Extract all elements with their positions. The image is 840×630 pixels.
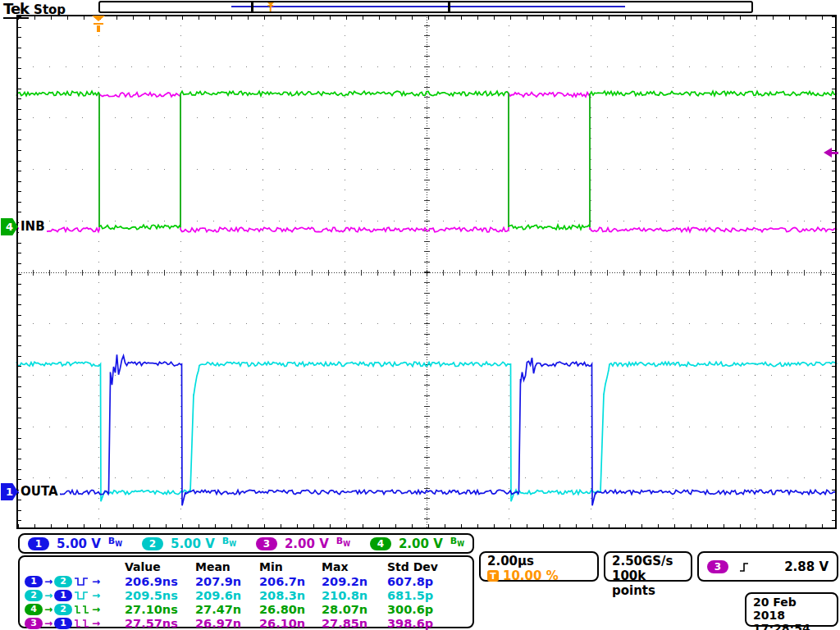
record-waveform-preview [231,6,625,7]
datetime-readout: 20 Feb 2018 17:28:54 [745,592,838,627]
channel-1-badge[interactable]: 1 [28,537,49,550]
channel-1-readout[interactable]: 1 5.00 V BW [28,536,122,551]
trigger-position-marker[interactable] [92,16,105,33]
channel-3-scale: 2.00 V [285,536,329,551]
channel-badge: 1 [54,590,72,601]
edge-pair-icon [74,590,90,601]
meas-max: 210.8n [322,589,387,602]
trigger-source-badge: 3 [707,560,728,573]
acquisition-status: Stop [34,2,66,17]
edge-pair-icon [74,576,90,587]
bandwidth-limit-icon: BW [222,537,236,549]
bandwidth-limit-icon: BW [450,537,464,549]
trace-outb [16,362,837,501]
triangle-icon [92,16,105,21]
meas-mean: 26.97n [195,617,259,630]
meas-mean: 27.47n [195,603,259,616]
channel-badge: 1 [54,618,72,629]
measurement-row[interactable]: 3 → 1 → 27.57ns 26.97n 26.10n 27.85n 398… [25,616,469,630]
meas-value: 206.9ns [125,575,195,588]
tek-logo: Tek [3,0,29,19]
meas-mean: 207.9n [195,575,259,588]
timebase-scale: 2.00µs [487,554,591,568]
channel-4-scale: 2.00 V [399,536,443,551]
meas-stddev: 607.8p [387,575,469,588]
meas-value: 27.57ns [125,617,195,630]
channel-badge: 2 [54,604,72,615]
measurement-row[interactable]: 2 → 1 → 209.5ns 209.6n 208.3n 210.8n 681… [25,588,469,602]
channel-4-badge[interactable]: 4 [370,537,391,550]
arrow-icon: → [92,604,100,615]
measurement-table: Value Mean Min Max Std Dev 1 → 2 → 206.9… [18,555,474,628]
arrow-icon: → [92,590,100,601]
meas-min: 26.10n [259,617,322,630]
channel-badge: 2 [54,576,72,587]
channel-3-badge[interactable]: 3 [256,537,277,550]
time: 17:28:54 [753,622,830,630]
arrow-icon: → [44,618,52,629]
record-length: 100k points [612,568,684,598]
acquisition-readout[interactable]: 2.50GS/s 100k points [604,551,692,582]
arrow-icon: → [92,576,100,587]
col-header-min: Min [259,560,322,573]
meas-min: 206.7n [259,575,322,588]
arrow-icon: → [44,590,52,601]
edge-pair-icon [74,604,90,615]
channel-2-badge[interactable]: 2 [142,537,163,550]
channel-badge: 2 [25,590,43,601]
meas-value: 209.5ns [125,589,195,602]
sample-rate: 2.50GS/s [612,554,684,568]
bandwidth-limit-icon: BW [108,537,122,549]
meas-stddev: 300.6p [387,603,469,616]
channel-readout-bar: 1 5.00 V BW 2 5.00 V BW 3 2.00 V BW 4 2.… [18,533,474,554]
channel-badge: 1 [25,576,43,587]
meas-mean: 209.6n [195,589,259,602]
channel-2-readout[interactable]: 2 5.00 V BW [142,536,236,551]
arrow-icon: → [92,618,100,629]
timebase-readout[interactable]: 2.00µs T 10.00 % [479,551,599,582]
col-header-mean: Mean [195,560,259,573]
channel-2-scale: 5.00 V [171,536,215,551]
col-header-stddev: Std Dev [387,560,469,573]
meas-max: 27.85n [322,617,387,630]
meas-stddev: 398.6p [387,617,469,630]
col-header-max: Max [322,560,387,573]
measurement-row[interactable]: 4 → 2 → 27.10ns 27.47n 26.80n 28.07n 300… [25,602,469,616]
bar-trigger-marker-icon[interactable]: T [267,2,275,12]
trigger-t-icon [93,22,104,33]
trigger-slope-icon [738,560,750,573]
trigger-level: 2.88 V [784,559,829,574]
record-view-bar[interactable]: T [98,1,753,13]
arrow-icon: → [44,576,52,587]
bandwidth-limit-icon: BW [336,537,350,549]
trigger-level-arrow-icon[interactable] [824,148,838,158]
trigger-t-icon: T [487,570,499,582]
trace-label-inb: INB [19,220,47,233]
meas-stddev: 681.5p [387,589,469,602]
col-header-value: Value [125,560,195,573]
measurement-header-row: Value Mean Min Max Std Dev [25,559,469,574]
measurement-row[interactable]: 1 → 2 → 206.9ns 207.9n 206.7n 209.2n 607… [25,574,469,588]
trigger-readout[interactable]: 3 2.88 V [697,551,838,582]
trigger-position-percent: 10.00 % [503,568,559,583]
channel-badge: 4 [25,604,43,615]
trace-label-outa: OUTA [19,485,60,498]
channel-3-readout[interactable]: 3 2.00 V BW [256,536,350,551]
meas-max: 28.07n [322,603,387,616]
window-left-bracket[interactable] [251,2,253,12]
window-right-bracket[interactable] [448,2,450,12]
arrow-icon: → [44,604,52,615]
trace-ina [16,93,837,232]
channel-1-scale: 5.00 V [57,536,101,551]
channel-4-readout[interactable]: 4 2.00 V BW [370,536,464,551]
meas-max: 209.2n [322,575,387,588]
meas-min: 26.80n [259,603,322,616]
scope-header: TekStop [3,0,66,17]
meas-min: 208.3n [259,589,322,602]
trace-outa [16,354,837,505]
channel-badge: 3 [25,618,43,629]
meas-value: 27.10ns [125,603,195,616]
edge-pair-icon [74,618,90,629]
date: 20 Feb 2018 [753,596,830,622]
trace-inb [16,91,837,230]
